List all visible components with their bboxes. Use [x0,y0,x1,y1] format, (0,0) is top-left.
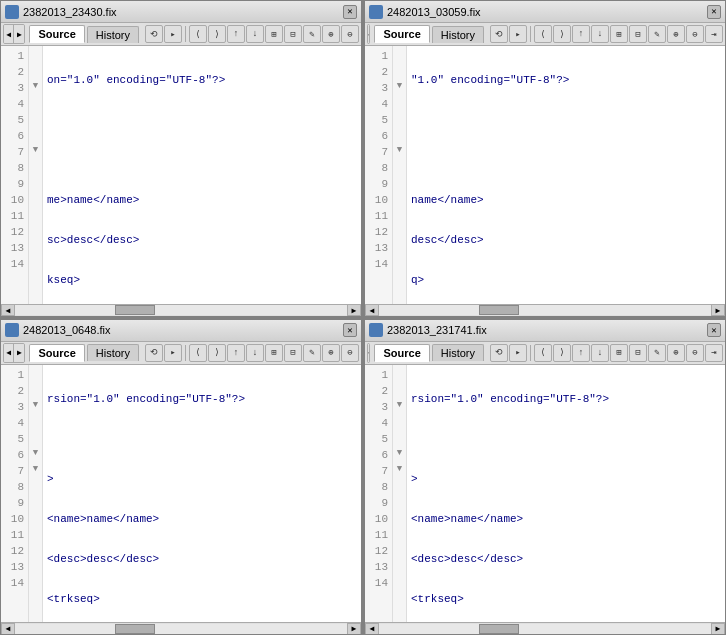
panel-nav-bl: ◀ ▶ Source History ⟲ ▸ ⟨ ⟩ ↑ ↓ ⊞ ⊟ ✎ ⊕ ⊖ [1,342,361,365]
tb-btn-8-bl[interactable]: ⊟ [284,344,302,362]
scroll-left-br[interactable]: ◀ [365,623,379,635]
scrollbar-h-bl[interactable]: ◀ ▶ [1,622,361,634]
scroll-track-tl[interactable] [15,305,347,315]
tb-btn-11-tl[interactable]: ⊖ [341,25,359,43]
tb-btn-10-tl[interactable]: ⊕ [322,25,340,43]
scroll-right-tl[interactable]: ▶ [347,304,361,316]
tb-sep-tr [530,26,531,42]
close-button-br[interactable]: ✕ [707,323,721,337]
tb-btn-10-br[interactable]: ⊕ [667,344,685,362]
nav-left-tr[interactable]: ◀ [368,25,370,43]
tab-history-tr[interactable]: History [432,26,484,43]
tb-btn-3-br[interactable]: ⟨ [534,344,552,362]
tb-btn-9-tl[interactable]: ✎ [303,25,321,43]
tb-btn-5-tl[interactable]: ↑ [227,25,245,43]
close-button-tr[interactable]: ✕ [707,5,721,19]
close-button-tl[interactable]: ✕ [343,5,357,19]
tb-btn-2-bl[interactable]: ▸ [164,344,182,362]
tb-btn-3-tl[interactable]: ⟨ [189,25,207,43]
tb-btn-12-tr[interactable]: ⇥ [705,25,723,43]
fc-bl-1 [29,365,42,381]
nav-right-bl[interactable]: ▶ [14,344,24,362]
scrollbar-h-tl[interactable]: ◀ ▶ [1,304,361,316]
tb-btn-11-bl[interactable]: ⊖ [341,344,359,362]
tb-btn-4-tr[interactable]: ⟩ [553,25,571,43]
tb-btn-2-tr[interactable]: ▸ [509,25,527,43]
scroll-right-bl[interactable]: ▶ [347,623,361,635]
tb-btn-7-tl[interactable]: ⊞ [265,25,283,43]
tb-btn-3-tr[interactable]: ⟨ [534,25,552,43]
scroll-thumb-bl[interactable] [115,624,155,634]
fc-2 [29,62,42,78]
scroll-thumb-tl[interactable] [115,305,155,315]
tb-btn-8-tl[interactable]: ⊟ [284,25,302,43]
scroll-right-br[interactable]: ▶ [711,623,725,635]
fc-3: ▼ [29,78,42,94]
tb-btn-4-br[interactable]: ⟩ [553,344,571,362]
scroll-left-tr[interactable]: ◀ [365,304,379,316]
tb-btn-10-tr[interactable]: ⊕ [667,25,685,43]
tb-btn-5-tr[interactable]: ↑ [572,25,590,43]
tb-btn-1-br[interactable]: ⟲ [490,344,508,362]
fc-tr-11 [393,206,406,222]
nav-left-br[interactable]: ◀ [368,344,370,362]
tb-btn-12-br[interactable]: ⇥ [705,344,723,362]
fc-tr-4 [393,94,406,110]
nav-left-bl[interactable]: ◀ [4,344,14,362]
code-content-br[interactable]: rsion="1.0" encoding="UTF-8"?> > <name>n… [407,365,725,623]
scroll-thumb-br[interactable] [479,624,519,634]
scroll-track-br[interactable] [379,624,711,634]
tab-history-bl[interactable]: History [87,344,139,361]
fc-tr-13 [393,238,406,254]
tab-source-tl[interactable]: Source [29,25,84,43]
tb-btn-1-bl[interactable]: ⟲ [145,344,163,362]
tb-btn-11-br[interactable]: ⊖ [686,344,704,362]
scroll-track-bl[interactable] [15,624,347,634]
tb-btn-9-bl[interactable]: ✎ [303,344,321,362]
fc-14 [29,254,42,270]
code-content-tr[interactable]: "1.0" encoding="UTF-8"?> name</name> des… [407,46,725,304]
tb-btn-5-br[interactable]: ↑ [572,344,590,362]
tb-btn-1-tl[interactable]: ⟲ [145,25,163,43]
tb-btn-4-bl[interactable]: ⟩ [208,344,226,362]
tab-source-bl[interactable]: Source [29,344,84,362]
tb-btn-10-bl[interactable]: ⊕ [322,344,340,362]
scroll-left-tl[interactable]: ◀ [1,304,15,316]
tb-btn-9-br[interactable]: ✎ [648,344,666,362]
close-button-bl[interactable]: ✕ [343,323,357,337]
tab-history-tl[interactable]: History [87,26,139,43]
tb-btn-7-bl[interactable]: ⊞ [265,344,283,362]
code-content-bl[interactable]: rsion="1.0" encoding="UTF-8"?> > <name>n… [43,365,361,623]
scroll-right-tr[interactable]: ▶ [711,304,725,316]
tb-btn-6-br[interactable]: ↓ [591,344,609,362]
scrollbar-h-tr[interactable]: ◀ ▶ [365,304,725,316]
tab-history-br[interactable]: History [432,344,484,361]
nav-arrows-tl: ◀ ▶ [3,24,25,44]
tb-btn-3-bl[interactable]: ⟨ [189,344,207,362]
tb-btn-4-tl[interactable]: ⟩ [208,25,226,43]
tb-btn-11-tr[interactable]: ⊖ [686,25,704,43]
tb-btn-9-tr[interactable]: ✎ [648,25,666,43]
tb-btn-2-tl[interactable]: ▸ [164,25,182,43]
scroll-track-tr[interactable] [379,305,711,315]
code-line-4: me>name</name> [47,192,357,208]
tb-btn-7-tr[interactable]: ⊞ [610,25,628,43]
tab-source-br[interactable]: Source [374,344,429,362]
scrollbar-h-br[interactable]: ◀ ▶ [365,622,725,634]
tb-btn-5-bl[interactable]: ↑ [227,344,245,362]
tb-btn-7-br[interactable]: ⊞ [610,344,628,362]
tb-btn-1-tr[interactable]: ⟲ [490,25,508,43]
tab-source-tr[interactable]: Source [374,25,429,43]
tb-btn-2-br[interactable]: ▸ [509,344,527,362]
scroll-left-bl[interactable]: ◀ [1,623,15,635]
tb-btn-8-br[interactable]: ⊟ [629,344,647,362]
file-icon-br [369,323,383,337]
tb-btn-8-tr[interactable]: ⊟ [629,25,647,43]
nav-left-tl[interactable]: ◀ [4,25,14,43]
code-content-tl[interactable]: on="1.0" encoding="UTF-8"?> me>name</nam… [43,46,361,304]
tb-btn-6-tr[interactable]: ↓ [591,25,609,43]
tb-btn-6-bl[interactable]: ↓ [246,344,264,362]
tb-btn-6-tl[interactable]: ↓ [246,25,264,43]
scroll-thumb-tr[interactable] [479,305,519,315]
nav-right-tl[interactable]: ▶ [14,25,24,43]
